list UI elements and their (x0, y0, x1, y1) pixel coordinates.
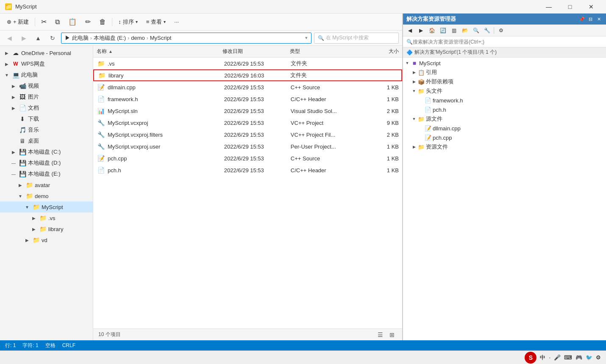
sol-search-input[interactable] (413, 39, 603, 45)
sol-pin-button[interactable]: 📌 (578, 15, 586, 23)
sogou-game-icon[interactable]: 🎮 (575, 354, 582, 361)
back-button[interactable]: ◀ (3, 32, 15, 44)
sidebar-item-avatar[interactable]: ▶ 📁 avatar (0, 179, 93, 190)
sidebar-item-onedrive[interactable]: ▶ ☁ OneDrive - Personal (0, 47, 93, 58)
expand-avatar-icon[interactable]: ▶ (17, 182, 24, 188)
sol-forward-btn[interactable]: ▶ (416, 26, 426, 35)
expand-wps-icon[interactable]: ▶ (3, 61, 10, 67)
file-row[interactable]: 📄 pch.h 2022/6/29 15:53 C/C++ Header 1 K… (93, 164, 402, 176)
sidebar-item-vs[interactable]: ▶ 📁 .vs (0, 212, 93, 223)
sol-home-btn[interactable]: 🏠 (427, 26, 437, 35)
sidebar-item-demo[interactable]: ▼ 📁 demo (0, 190, 93, 201)
sol-close-button[interactable]: ✕ (595, 15, 603, 23)
sol-back-btn[interactable]: ◀ (405, 26, 415, 35)
expand-arrow-icon[interactable]: ▼ (411, 117, 417, 121)
expand-thispc-icon[interactable]: ▼ (3, 72, 10, 78)
grid-view-button[interactable]: ⊞ (387, 330, 397, 339)
expand-vd-icon[interactable]: ▶ (24, 237, 31, 243)
sol-tree-item[interactable]: ▼ 📁 头文件 (403, 86, 606, 96)
expand-diske-icon[interactable]: — (10, 171, 17, 177)
minimize-button[interactable]: — (539, 0, 559, 14)
expand-docs-icon[interactable]: ▶ (10, 105, 17, 111)
expand-demo-icon[interactable]: ▼ (17, 193, 24, 199)
sol-settings-btn[interactable]: ⚙ (496, 26, 506, 35)
breadcrumb[interactable]: ▶ 此电脑 › 本地磁盘 (E:) › demo › MyScript ▾ (61, 33, 311, 44)
sol-dock-button[interactable]: ⊟ (587, 15, 594, 23)
expand-arrow-icon[interactable]: ▶ (411, 70, 417, 74)
sidebar-item-library[interactable]: ▶ 📁 library (0, 223, 93, 234)
sol-search-sol-btn[interactable]: 🔍 (471, 26, 481, 35)
sol-tree-item[interactable]: ▶ 📋 引用 (403, 68, 606, 77)
sol-tree-item[interactable]: 📄 pch.h (403, 105, 606, 114)
sol-tree-item[interactable]: ▶ 📁 资源文件 (403, 142, 606, 152)
close-button[interactable]: ✕ (581, 0, 601, 14)
sogou-mic-icon[interactable]: 🎤 (554, 354, 561, 361)
sogou-keyboard-icon[interactable]: ⌨ (564, 354, 572, 361)
delete-button[interactable]: 🗑 (96, 15, 109, 29)
sidebar-item-pictures[interactable]: ▶ 🖼 图片 (0, 91, 93, 102)
copy-button[interactable]: ⧉ (52, 15, 63, 29)
sidebar-item-docs[interactable]: ▶ 📄 文档 (0, 102, 93, 113)
sidebar-item-vd[interactable]: ▶ 📁 vd (0, 234, 93, 245)
expand-onedrive-icon[interactable]: ▶ (3, 50, 10, 56)
sidebar-item-myscript[interactable]: ▼ 📁 MyScript (0, 201, 93, 212)
sol-tree-item[interactable]: ▶ 📦 外部依赖项 (403, 77, 606, 86)
expand-pictures-icon[interactable]: ▶ (10, 94, 17, 100)
file-row[interactable]: 📝 pch.cpp 2022/6/29 15:53 C++ Source 1 K… (93, 152, 402, 164)
sidebar-item-diske[interactable]: — 💾 本地磁盘 (E:) (0, 168, 93, 179)
maximize-button[interactable]: □ (560, 0, 580, 14)
sidebar-item-music[interactable]: ▶ 🎵 音乐 (0, 124, 93, 135)
expand-arrow-icon[interactable]: ▼ (405, 61, 410, 65)
expand-vs-icon[interactable]: ▶ (31, 215, 37, 221)
new-button[interactable]: ⊕ + 新建 (3, 15, 32, 29)
sol-props-btn[interactable]: 🔧 (482, 26, 492, 35)
sidebar-item-desktop[interactable]: ▶ 🖥 桌面 (0, 135, 93, 146)
col-header-name[interactable]: 名称 ▲ (97, 48, 222, 55)
sol-filter-btn[interactable]: ▥ (449, 26, 459, 35)
expand-library-icon[interactable]: ▶ (31, 226, 37, 232)
file-row[interactable]: 📁 .vs 2022/6/29 15:53 文件夹 (93, 58, 402, 69)
sidebar-item-videos[interactable]: ▶ 📹 视频 (0, 80, 93, 91)
sogou-settings-icon[interactable]: ⚙ (596, 354, 601, 361)
sol-tree-item[interactable]: 📝 pch.cpp (403, 133, 606, 142)
col-header-date[interactable]: 修改日期 (222, 48, 289, 55)
sogou-bird-icon[interactable]: 🐦 (586, 354, 592, 361)
col-header-type[interactable]: 类型 (290, 48, 365, 55)
expand-arrow-icon[interactable]: ▶ (411, 80, 417, 84)
search-bar[interactable]: 🔍 在 MyScript 中搜索 (314, 33, 399, 44)
sol-sync-btn[interactable]: 🔄 (438, 26, 448, 35)
sol-tree-item[interactable]: 📝 dllmain.cpp (403, 124, 606, 133)
sidebar-item-diskc[interactable]: ▶ 💾 本地磁盘 (C:) (0, 146, 93, 157)
file-row[interactable]: 🔧 MyScript.vcxproj.filters 2022/6/29 15:… (93, 129, 402, 141)
expand-diskd-icon[interactable]: — (10, 160, 17, 166)
expand-arrow-icon[interactable]: ▶ (411, 145, 417, 149)
sidebar-item-wps[interactable]: ▶ W WPS网盘 (0, 58, 93, 69)
solution-explorer-search[interactable]: 🔍 (403, 36, 606, 47)
expand-videos-icon[interactable]: ▶ (10, 83, 17, 89)
forward-button[interactable]: ▶ (18, 32, 30, 44)
sol-tree-item[interactable]: ▼ ■ MyScript (403, 58, 606, 68)
up-button[interactable]: ▲ (32, 32, 44, 44)
expand-arrow-icon[interactable]: ▼ (411, 89, 417, 93)
view-button[interactable]: ≡ 查看 ▾ (143, 15, 170, 29)
more-button[interactable]: ··· (171, 15, 182, 29)
paste-button[interactable]: 📋 (65, 15, 80, 29)
refresh-button[interactable]: ↻ (47, 32, 58, 44)
sol-all-files-btn[interactable]: 📂 (460, 26, 470, 35)
sort-button[interactable]: ↕ 排序 ▾ (115, 15, 141, 29)
sol-tree-item[interactable]: ▼ 📁 源文件 (403, 114, 606, 124)
rename-button[interactable]: ✏ (82, 15, 94, 29)
cut-button[interactable]: ✂ (38, 15, 50, 29)
sidebar-item-downloads[interactable]: ▶ ⬇ 下载 (0, 113, 93, 124)
sidebar-item-thispc[interactable]: ▼ 💻 此电脑 (0, 69, 93, 80)
file-row[interactable]: 📄 framework.h 2022/6/29 15:53 C/C++ Head… (93, 93, 402, 105)
file-row[interactable]: 🔧 MyScript.vcxproj 2022/6/29 15:53 VC++ … (93, 117, 402, 129)
file-row[interactable]: 📊 MyScript.sln 2022/6/29 15:53 Visual St… (93, 105, 402, 117)
expand-diskc-icon[interactable]: ▶ (10, 149, 17, 155)
col-header-size[interactable]: 大小 (365, 48, 399, 55)
sidebar-item-diskd[interactable]: — 💾 本地磁盘 (D:) (0, 157, 93, 168)
expand-myscript-icon[interactable]: ▼ (24, 204, 31, 210)
file-row[interactable]: 📁 library 2022/6/29 16:03 文件夹 (93, 69, 402, 81)
sol-tree-item[interactable]: 📄 framework.h (403, 96, 606, 105)
file-row[interactable]: 🔧 MyScript.vcxproj.user 2022/6/29 15:53 … (93, 141, 402, 152)
